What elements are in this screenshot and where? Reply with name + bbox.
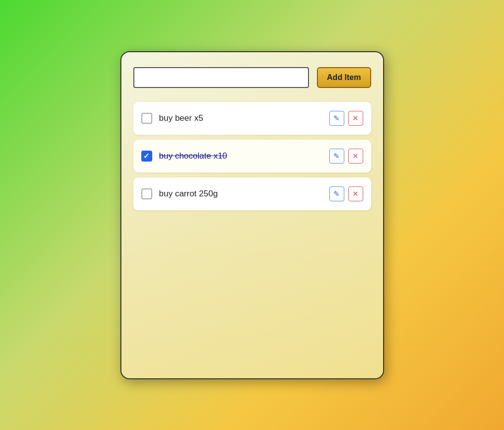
new-item-input[interactable] [133,67,309,88]
todo-checkbox-3[interactable] [141,188,152,199]
list-item: buy beer x5 ✎ ✕ [133,102,371,135]
todo-checkbox-2[interactable]: ✓ [141,151,152,162]
todo-checkbox-1[interactable] [141,113,152,124]
todo-text-1: buy beer x5 [159,113,322,123]
todo-actions-2: ✎ ✕ [329,149,363,164]
edit-button-2[interactable]: ✎ [329,149,344,164]
delete-icon: ✕ [352,114,359,123]
delete-button-2[interactable]: ✕ [348,149,363,164]
delete-button-3[interactable]: ✕ [348,186,363,201]
header-row: Add Item [133,67,371,88]
todo-list: buy beer x5 ✎ ✕ ✓ buy chocolate x10 ✎ [133,102,371,215]
edit-icon: ✎ [333,152,340,161]
list-item: ✓ buy chocolate x10 ✎ ✕ [133,140,371,172]
edit-icon: ✎ [333,114,340,123]
todo-text-3: buy carrot 250g [159,189,322,199]
delete-button-1[interactable]: ✕ [348,111,363,126]
list-item: buy carrot 250g ✎ ✕ [133,177,371,210]
todo-actions-1: ✎ ✕ [329,111,363,126]
delete-icon: ✕ [352,152,359,161]
delete-icon: ✕ [352,189,359,198]
edit-button-1[interactable]: ✎ [329,111,344,126]
todo-actions-3: ✎ ✕ [329,186,363,201]
app-panel: Add Item buy beer x5 ✎ ✕ ✓ buy chocolate… [120,51,384,379]
checkmark-icon: ✓ [143,152,150,160]
todo-text-2: buy chocolate x10 [159,151,322,161]
edit-button-3[interactable]: ✎ [329,186,344,201]
edit-icon: ✎ [333,189,340,198]
add-item-button[interactable]: Add Item [317,67,371,88]
